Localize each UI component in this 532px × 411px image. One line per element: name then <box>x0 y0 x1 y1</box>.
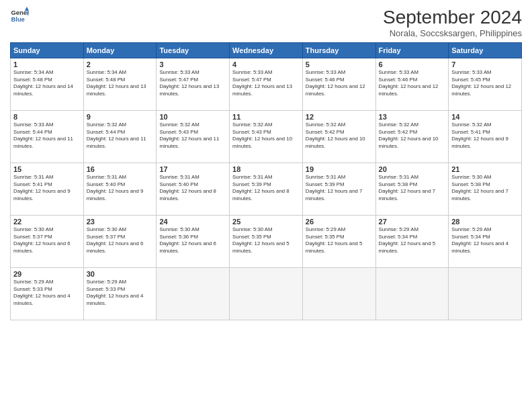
day-number: 30 <box>87 270 154 278</box>
calendar-day-cell: 9Sunrise: 5:32 AMSunset: 5:44 PMDaylight… <box>83 111 157 163</box>
calendar-day-cell <box>157 268 230 320</box>
calendar-day-cell: 3Sunrise: 5:33 AMSunset: 5:47 PMDaylight… <box>157 58 230 111</box>
day-info: Sunrise: 5:32 AMSunset: 5:44 PMDaylight:… <box>87 122 154 150</box>
day-info: Sunrise: 5:31 AMSunset: 5:41 PMDaylight:… <box>13 174 81 202</box>
calendar-week-row: 22Sunrise: 5:30 AMSunset: 5:37 PMDayligh… <box>11 216 522 268</box>
day-info: Sunrise: 5:30 AMSunset: 5:36 PMDaylight:… <box>159 226 226 255</box>
svg-marker-2 <box>25 7 29 11</box>
day-info: Sunrise: 5:29 AMSunset: 5:33 PMDaylight:… <box>13 279 81 307</box>
day-number: 29 <box>13 270 81 278</box>
day-info: Sunrise: 5:29 AMSunset: 5:34 PMDaylight:… <box>451 226 519 255</box>
day-info: Sunrise: 5:33 AMSunset: 5:44 PMDaylight:… <box>13 122 81 150</box>
calendar-day-cell: 16Sunrise: 5:31 AMSunset: 5:40 PMDayligh… <box>83 163 157 216</box>
day-number: 6 <box>379 60 446 68</box>
day-info: Sunrise: 5:32 AMSunset: 5:43 PMDaylight:… <box>232 122 300 150</box>
calendar-day-cell <box>449 268 522 320</box>
location-subtitle: Norala, Soccsksargen, Philippines <box>383 28 522 38</box>
calendar-day-cell: 22Sunrise: 5:30 AMSunset: 5:37 PMDayligh… <box>11 216 84 268</box>
calendar-day-cell: 7Sunrise: 5:33 AMSunset: 5:45 PMDaylight… <box>449 58 522 111</box>
day-number: 7 <box>451 60 519 68</box>
calendar-day-cell: 26Sunrise: 5:29 AMSunset: 5:35 PMDayligh… <box>302 216 375 268</box>
day-number: 9 <box>87 113 154 121</box>
day-number: 18 <box>232 165 300 173</box>
calendar-table: SundayMondayTuesdayWednesdayThursdayFrid… <box>10 42 522 320</box>
col-header-sunday: Sunday <box>11 43 84 58</box>
calendar-day-cell: 20Sunrise: 5:31 AMSunset: 5:38 PMDayligh… <box>375 163 449 216</box>
day-number: 4 <box>232 60 300 68</box>
col-header-thursday: Thursday <box>302 43 375 58</box>
day-info: Sunrise: 5:31 AMSunset: 5:40 PMDaylight:… <box>87 174 154 202</box>
day-info: Sunrise: 5:30 AMSunset: 5:37 PMDaylight:… <box>87 226 154 255</box>
day-number: 24 <box>159 218 226 226</box>
day-number: 14 <box>451 113 519 121</box>
day-info: Sunrise: 5:32 AMSunset: 5:42 PMDaylight:… <box>379 122 446 150</box>
calendar-day-cell: 19Sunrise: 5:31 AMSunset: 5:39 PMDayligh… <box>302 163 375 216</box>
day-number: 16 <box>87 165 154 173</box>
calendar-day-cell: 11Sunrise: 5:32 AMSunset: 5:43 PMDayligh… <box>230 111 303 163</box>
day-number: 20 <box>379 165 446 173</box>
calendar-day-cell: 25Sunrise: 5:30 AMSunset: 5:35 PMDayligh… <box>230 216 303 268</box>
day-number: 19 <box>306 165 373 173</box>
calendar-day-cell: 21Sunrise: 5:30 AMSunset: 5:38 PMDayligh… <box>449 163 522 216</box>
calendar-day-cell <box>230 268 303 320</box>
generalblue-logo-icon: General Blue <box>10 7 29 26</box>
calendar-day-cell: 27Sunrise: 5:29 AMSunset: 5:34 PMDayligh… <box>375 216 449 268</box>
col-header-monday: Monday <box>83 43 157 58</box>
day-info: Sunrise: 5:29 AMSunset: 5:35 PMDaylight:… <box>306 226 373 255</box>
day-info: Sunrise: 5:32 AMSunset: 5:42 PMDaylight:… <box>306 122 373 150</box>
col-header-saturday: Saturday <box>449 43 522 58</box>
day-info: Sunrise: 5:33 AMSunset: 5:47 PMDaylight:… <box>159 69 226 97</box>
day-number: 15 <box>13 165 81 173</box>
day-number: 3 <box>159 60 226 68</box>
calendar-day-cell: 29Sunrise: 5:29 AMSunset: 5:33 PMDayligh… <box>11 268 84 320</box>
calendar-day-cell: 12Sunrise: 5:32 AMSunset: 5:42 PMDayligh… <box>302 111 375 163</box>
calendar-day-cell <box>302 268 375 320</box>
col-header-tuesday: Tuesday <box>157 43 230 58</box>
day-info: Sunrise: 5:30 AMSunset: 5:35 PMDaylight:… <box>232 226 300 255</box>
day-number: 13 <box>379 113 446 121</box>
calendar-day-cell: 15Sunrise: 5:31 AMSunset: 5:41 PMDayligh… <box>11 163 84 216</box>
header: General Blue September 2024 Norala, Socc… <box>10 7 522 38</box>
day-number: 8 <box>13 113 81 121</box>
calendar-day-cell: 28Sunrise: 5:29 AMSunset: 5:34 PMDayligh… <box>449 216 522 268</box>
calendar-day-cell <box>375 268 449 320</box>
svg-text:Blue: Blue <box>11 16 25 23</box>
day-info: Sunrise: 5:33 AMSunset: 5:46 PMDaylight:… <box>306 69 373 97</box>
day-number: 11 <box>232 113 300 121</box>
col-header-friday: Friday <box>375 43 449 58</box>
day-number: 23 <box>87 218 154 226</box>
day-info: Sunrise: 5:33 AMSunset: 5:47 PMDaylight:… <box>232 69 300 97</box>
calendar-week-row: 1Sunrise: 5:34 AMSunset: 5:48 PMDaylight… <box>11 58 522 111</box>
day-number: 26 <box>306 218 373 226</box>
day-info: Sunrise: 5:32 AMSunset: 5:43 PMDaylight:… <box>159 122 226 150</box>
calendar-week-row: 8Sunrise: 5:33 AMSunset: 5:44 PMDaylight… <box>11 111 522 163</box>
day-number: 12 <box>306 113 373 121</box>
day-number: 17 <box>159 165 226 173</box>
day-number: 27 <box>379 218 446 226</box>
day-info: Sunrise: 5:31 AMSunset: 5:39 PMDaylight:… <box>232 174 300 202</box>
day-number: 5 <box>306 60 373 68</box>
calendar-day-cell: 17Sunrise: 5:31 AMSunset: 5:40 PMDayligh… <box>157 163 230 216</box>
calendar-day-cell: 5Sunrise: 5:33 AMSunset: 5:46 PMDaylight… <box>302 58 375 111</box>
calendar-day-cell: 14Sunrise: 5:32 AMSunset: 5:41 PMDayligh… <box>449 111 522 163</box>
day-number: 10 <box>159 113 226 121</box>
day-info: Sunrise: 5:31 AMSunset: 5:40 PMDaylight:… <box>159 174 226 202</box>
day-info: Sunrise: 5:31 AMSunset: 5:39 PMDaylight:… <box>306 174 373 202</box>
calendar-day-cell: 30Sunrise: 5:29 AMSunset: 5:33 PMDayligh… <box>83 268 157 320</box>
day-number: 25 <box>232 218 300 226</box>
col-header-wednesday: Wednesday <box>230 43 303 58</box>
day-info: Sunrise: 5:30 AMSunset: 5:38 PMDaylight:… <box>451 174 519 202</box>
day-number: 22 <box>13 218 81 226</box>
calendar-week-row: 15Sunrise: 5:31 AMSunset: 5:41 PMDayligh… <box>11 163 522 216</box>
day-number: 1 <box>13 60 81 68</box>
calendar-day-cell: 2Sunrise: 5:34 AMSunset: 5:48 PMDaylight… <box>83 58 157 111</box>
calendar-day-cell: 8Sunrise: 5:33 AMSunset: 5:44 PMDaylight… <box>11 111 84 163</box>
day-info: Sunrise: 5:29 AMSunset: 5:34 PMDaylight:… <box>379 226 446 255</box>
calendar-day-cell: 10Sunrise: 5:32 AMSunset: 5:43 PMDayligh… <box>157 111 230 163</box>
logo: General Blue <box>10 7 29 26</box>
calendar-header-row: SundayMondayTuesdayWednesdayThursdayFrid… <box>11 43 522 58</box>
day-number: 2 <box>87 60 154 68</box>
calendar-day-cell: 4Sunrise: 5:33 AMSunset: 5:47 PMDaylight… <box>230 58 303 111</box>
calendar-day-cell: 1Sunrise: 5:34 AMSunset: 5:48 PMDaylight… <box>11 58 84 111</box>
day-info: Sunrise: 5:33 AMSunset: 5:45 PMDaylight:… <box>451 69 519 97</box>
